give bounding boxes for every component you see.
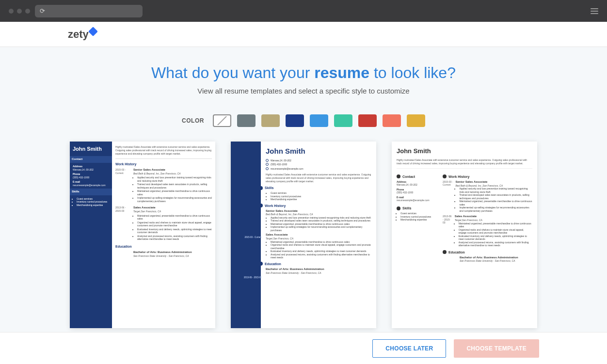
logo-mark-icon bbox=[88, 27, 98, 36]
contact-icon bbox=[397, 174, 400, 178]
window-dot-max[interactable] bbox=[25, 9, 30, 14]
hamburger-icon[interactable] bbox=[591, 7, 598, 16]
color-swatch[interactable] bbox=[286, 114, 304, 127]
contact-heading: Contact bbox=[70, 156, 112, 163]
color-swatch[interactable] bbox=[407, 114, 425, 127]
phone-icon bbox=[266, 163, 269, 166]
work-heading: Work History bbox=[266, 204, 371, 208]
work-icon bbox=[443, 174, 447, 178]
work-heading: Work History bbox=[115, 162, 212, 166]
app-header: zety bbox=[0, 22, 607, 47]
color-picker: COLOR bbox=[0, 114, 607, 127]
resume-name: John Smith bbox=[397, 147, 532, 156]
page-subtitle: View all resume templates and select a s… bbox=[0, 87, 607, 95]
resume-name: John Smith bbox=[266, 146, 371, 156]
skills-heading: Skills bbox=[70, 189, 112, 195]
colors-label: COLOR bbox=[182, 117, 204, 124]
summary-text: Highly motivated Sales Associate with ex… bbox=[115, 145, 212, 159]
color-swatch[interactable] bbox=[237, 114, 256, 127]
resume-name: John Smith bbox=[73, 145, 109, 152]
window-dots bbox=[9, 9, 30, 14]
logo-text: zety bbox=[68, 28, 89, 41]
skills-icon bbox=[397, 206, 400, 210]
choose-template-button[interactable]: CHOOSE TEMPLATE bbox=[454, 339, 539, 358]
location-icon bbox=[266, 159, 269, 162]
templates-grid: John Smith Contact Address Warsaw,14, 00… bbox=[0, 142, 607, 343]
page-title: What do you want your resume to look lik… bbox=[0, 64, 607, 82]
footer-bar: CHOOSE LATER CHOOSE TEMPLATE bbox=[0, 332, 607, 364]
template-card-3[interactable]: John Smith Highly motivated Sales Associ… bbox=[392, 142, 537, 328]
color-swatch[interactable] bbox=[334, 114, 352, 127]
email-icon bbox=[266, 167, 269, 170]
window-dot-min[interactable] bbox=[17, 9, 22, 14]
edu-heading: Education bbox=[115, 244, 212, 249]
template-card-1[interactable]: John Smith Contact Address Warsaw,14, 00… bbox=[70, 142, 215, 328]
color-swatch[interactable] bbox=[383, 114, 401, 127]
edu-heading: Education bbox=[266, 262, 371, 266]
browser-chrome: ⟳ bbox=[0, 0, 607, 22]
reload-icon[interactable]: ⟳ bbox=[40, 7, 45, 15]
color-swatch[interactable] bbox=[261, 114, 280, 127]
window-dot-close[interactable] bbox=[9, 9, 14, 14]
logo[interactable]: zety bbox=[68, 28, 96, 41]
template-card-2[interactable]: 2015-03 - Current 2013-06 - 2015-03 John… bbox=[231, 142, 376, 328]
color-swatch[interactable] bbox=[213, 114, 231, 127]
choose-later-button[interactable]: CHOOSE LATER bbox=[372, 339, 446, 358]
color-swatch[interactable] bbox=[358, 114, 377, 127]
title-area: What do you want your resume to look lik… bbox=[0, 47, 607, 104]
skills-heading: Skills bbox=[266, 186, 371, 190]
edu-icon bbox=[443, 250, 447, 254]
color-swatch[interactable] bbox=[310, 114, 328, 127]
url-bar[interactable]: ⟳ bbox=[35, 5, 143, 17]
